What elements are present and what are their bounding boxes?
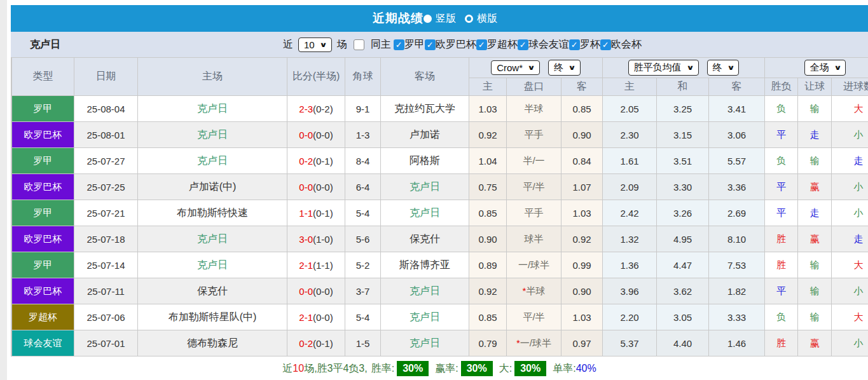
home-team[interactable]: 克卢日 bbox=[138, 122, 287, 148]
match-date: 25-08-04 bbox=[74, 96, 138, 122]
result-handicap: 赢 bbox=[798, 330, 832, 356]
full-time-score: 0-2 bbox=[299, 338, 313, 349]
subcol-eu-away: 客 bbox=[709, 78, 765, 96]
horizontal-layout-label[interactable]: 横版 bbox=[477, 12, 497, 25]
half-time-score: (0-1) bbox=[313, 156, 333, 166]
european-stage-select[interactable]: 终 ∨ bbox=[707, 60, 740, 76]
full-time-score: 2-1 bbox=[299, 260, 313, 271]
league-filter-label: 罗甲 bbox=[404, 38, 425, 51]
league-checkbox[interactable]: ✓ bbox=[476, 39, 487, 50]
result-wdl: 胜 bbox=[765, 252, 798, 278]
score: 2-1(1-1) bbox=[287, 252, 345, 278]
full-time-score: 0-0 bbox=[299, 286, 313, 297]
table-row: 球会友谊25-07-01德布勒森尼0-2(0-1)1-5克卢日0.79*一/球半… bbox=[12, 330, 868, 356]
eu-home-odds: 1.61 bbox=[603, 148, 657, 174]
league-checkbox[interactable]: ✓ bbox=[425, 39, 436, 50]
corners: 5-4 bbox=[345, 200, 381, 226]
summary-record: 场,胜3平4负3, bbox=[304, 362, 368, 376]
away-team[interactable]: 克卢日 bbox=[381, 174, 469, 200]
league-checkbox[interactable]: ✓ bbox=[600, 39, 611, 50]
ah-away-odds: 0.99 bbox=[561, 252, 603, 278]
avg-odds-select[interactable]: 胜平负均值 ∨ bbox=[628, 60, 699, 76]
league-badge: 欧罗巴杯 bbox=[12, 122, 74, 148]
ah-line: 一/球半 bbox=[507, 252, 561, 278]
handicap-rate-badge: 30% bbox=[461, 361, 493, 376]
chevron-down-icon: ∨ bbox=[834, 64, 842, 72]
result-group-header: 全场 ∨ bbox=[765, 58, 868, 78]
result-goals: 小 bbox=[832, 200, 868, 226]
away-team[interactable]: 克卢日 bbox=[381, 200, 469, 226]
vertical-layout-radio[interactable] bbox=[424, 15, 432, 23]
eu-away-odds: 2.69 bbox=[709, 200, 765, 226]
home-team[interactable]: 克卢日 bbox=[138, 148, 287, 174]
half-time-score: (0-1) bbox=[313, 338, 333, 349]
league-badge: 欧罗巴杯 bbox=[12, 226, 74, 252]
match-date: 25-07-25 bbox=[74, 174, 138, 200]
league-checkbox[interactable]: ✓ bbox=[518, 39, 528, 50]
table-row: 罗超杯25-07-06布加勒斯特星队(中)2-1(0-0)5-4克卢日0.85平… bbox=[12, 304, 868, 330]
horizontal-layout-radio[interactable] bbox=[465, 15, 473, 23]
corners: 5-6 bbox=[345, 226, 381, 252]
result-handicap: 输 bbox=[798, 148, 832, 174]
score: 0-2(0-1) bbox=[287, 148, 345, 174]
scope-select[interactable]: 全场 ∨ bbox=[804, 60, 846, 76]
ah-home-odds: 0.75 bbox=[469, 174, 507, 200]
league-badge: 罗甲 bbox=[12, 200, 74, 226]
subcol-ah-away: 客 bbox=[561, 78, 603, 96]
away-team[interactable]: 克卢日 bbox=[381, 330, 469, 356]
table-row: 欧罗巴杯25-07-18克卢日3-0(1-0)5-6保克什0.90球半0.921… bbox=[12, 226, 868, 252]
live-odds-star: * bbox=[516, 337, 520, 348]
home-team[interactable]: 克卢日 bbox=[138, 252, 287, 278]
league-checkbox[interactable]: ✓ bbox=[394, 39, 404, 50]
filter-controls: 近 10 ∨ 场 同主 ✓罗甲✓欧罗巴杯✓罗超杯✓球会友谊✓罗杯✓欧会杯 bbox=[283, 37, 642, 52]
handicap-stage-select[interactable]: 终 ∨ bbox=[548, 60, 581, 76]
result-handicap: 赢 bbox=[798, 174, 832, 200]
matches-label: 场 bbox=[337, 38, 347, 51]
result-wdl: 负 bbox=[765, 304, 798, 330]
ah-line: 平/半 bbox=[507, 174, 561, 200]
odds-company-select[interactable]: Crow* ∨ bbox=[491, 60, 540, 75]
match-count-select[interactable]: 10 ∨ bbox=[298, 37, 332, 52]
home-team[interactable]: 克卢日 bbox=[138, 96, 287, 122]
chevron-down-icon: ∨ bbox=[527, 64, 535, 72]
result-wdl: 平 bbox=[765, 200, 798, 226]
full-time-score: 0-0 bbox=[299, 182, 313, 193]
full-time-score: 1-1 bbox=[299, 208, 313, 219]
away-team[interactable]: 克卢日 bbox=[381, 278, 469, 304]
col-header-corners: 角球 bbox=[345, 58, 381, 96]
result-goals: 小 bbox=[832, 278, 868, 304]
score: 0-2(0-1) bbox=[287, 330, 345, 356]
result-wdl: 平 bbox=[765, 278, 798, 304]
win-rate-label: 胜率: bbox=[371, 362, 394, 376]
avg-odds-value: 胜平负均值 bbox=[634, 62, 682, 74]
odds-company-value: Crow* bbox=[497, 62, 523, 73]
league-filter-label: 欧罗巴杯 bbox=[436, 38, 476, 51]
eu-draw-odds: 3.30 bbox=[657, 174, 709, 200]
table-row: 欧罗巴杯25-07-25卢加诺(中)0-0(0-0)6-4克卢日0.75平/半1… bbox=[12, 174, 868, 200]
match-date: 25-07-14 bbox=[74, 252, 138, 278]
eu-away-odds: 7.53 bbox=[709, 252, 765, 278]
match-date: 25-07-27 bbox=[74, 148, 138, 174]
results-table-wrap: 类型 日期 主场 比分(半场) 角球 客场 Crow* ∨ 终 bbox=[11, 57, 868, 356]
home-team: 德布勒森尼 bbox=[138, 330, 287, 356]
home-team[interactable]: 克卢日 bbox=[138, 226, 287, 252]
chevron-down-icon: ∨ bbox=[727, 64, 735, 72]
corners: 8-4 bbox=[345, 148, 381, 174]
league-checkbox[interactable]: ✓ bbox=[569, 39, 580, 50]
big-rate-badge: 30% bbox=[514, 361, 546, 376]
match-date: 25-07-06 bbox=[74, 304, 138, 330]
half-time-score: (1-1) bbox=[313, 260, 333, 271]
ah-away-odds: 0.84 bbox=[561, 148, 603, 174]
match-date: 25-07-18 bbox=[74, 226, 138, 252]
home-team: 布加勒斯特快速 bbox=[138, 200, 287, 226]
live-odds-star: * bbox=[523, 285, 527, 296]
match-count-value: 10 bbox=[304, 39, 315, 50]
eu-home-odds: 1.36 bbox=[603, 252, 657, 278]
ah-line: *一/球半 bbox=[507, 330, 561, 356]
full-time-score: 0-2 bbox=[299, 156, 313, 166]
away-team[interactable]: 克卢日 bbox=[381, 304, 469, 330]
same-home-checkbox[interactable] bbox=[354, 39, 364, 50]
eu-away-odds: 1.82 bbox=[709, 278, 765, 304]
result-goals: 小 bbox=[832, 330, 868, 356]
vertical-layout-label[interactable]: 竖版 bbox=[436, 12, 456, 25]
